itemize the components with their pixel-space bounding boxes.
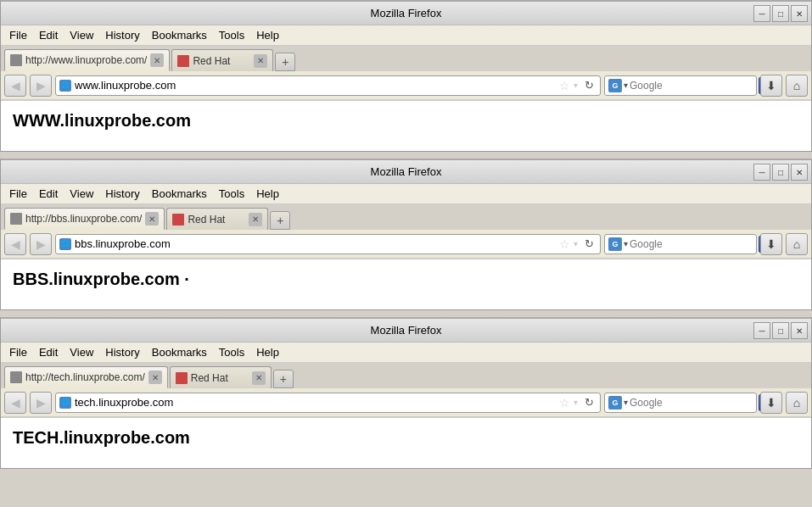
menu-view-1[interactable]: View <box>64 27 98 44</box>
menu-edit-3[interactable]: Edit <box>34 344 63 361</box>
menu-edit-2[interactable]: Edit <box>34 186 63 203</box>
forward-button-1[interactable]: ▶ <box>30 75 52 97</box>
tab-1-redhat[interactable]: Red Hat ✕ <box>171 49 273 71</box>
back-button-3[interactable]: ◀ <box>4 392 26 414</box>
search-engine-icon-2: G <box>608 237 622 251</box>
menu-help-2[interactable]: Help <box>251 186 284 203</box>
tab-2-redhat[interactable]: Red Hat ✕ <box>166 208 268 230</box>
window-controls-2: ─ □ ✕ <box>753 164 808 181</box>
menu-tools-2[interactable]: Tools <box>214 186 249 203</box>
maximize-button-1[interactable]: □ <box>772 5 789 22</box>
back-button-2[interactable]: ◀ <box>4 233 26 255</box>
new-tab-button-2[interactable]: + <box>270 211 290 230</box>
search-input-3[interactable] <box>630 397 757 409</box>
tab-3-redhat[interactable]: Red Hat ✕ <box>170 366 272 388</box>
url-input-3[interactable] <box>75 396 556 409</box>
title-bar-2: Mozilla Firefox ─ □ ✕ <box>1 160 811 184</box>
tab-label-1: http://www.linuxprobe.com/ <box>25 54 147 66</box>
forward-button-3[interactable]: ▶ <box>30 392 52 414</box>
close-button-1[interactable]: ✕ <box>791 5 808 22</box>
menu-bar-1: File Edit View History Bookmarks Tools H… <box>1 25 811 46</box>
new-tab-button-3[interactable]: + <box>273 370 294 388</box>
reload-button-3[interactable]: ↻ <box>581 395 596 410</box>
search-engine-icon-3: G <box>608 396 622 410</box>
nav-bar-2: ◀ ▶ 🌐 ☆ ▾ ↻ G ▾ 🔍 ⬇ ⌂ <box>1 230 811 259</box>
download-button-2[interactable]: ⬇ <box>760 233 782 255</box>
tab-label-2b: Red Hat <box>188 214 245 226</box>
tab-bar-3: http://tech.linuxprobe.com/ ✕ Red Hat ✕ … <box>1 363 811 388</box>
minimize-button-2[interactable]: ─ <box>753 164 770 181</box>
menu-view-3[interactable]: View <box>64 344 98 361</box>
menu-tools-1[interactable]: Tools <box>214 27 249 44</box>
nav-bar-1: ◀ ▶ 🌐 ☆ ▾ ↻ G ▾ 🔍 ⬇ ⌂ <box>1 71 811 100</box>
menu-history-1[interactable]: History <box>100 27 144 44</box>
search-input-1[interactable] <box>630 80 757 92</box>
home-button-1[interactable]: ⌂ <box>786 75 808 97</box>
home-button-3[interactable]: ⌂ <box>786 392 808 414</box>
page-heading-2: BBS.linuxprobe.com · <box>13 270 189 288</box>
home-button-2[interactable]: ⌂ <box>786 233 808 255</box>
tab-favicon-3b <box>176 372 188 384</box>
tab-close-2b[interactable]: ✕ <box>249 213 262 226</box>
minimize-button-1[interactable]: ─ <box>753 5 770 22</box>
maximize-button-2[interactable]: □ <box>772 164 789 181</box>
page-content-1: WWW.linuxprobe.com <box>1 100 811 151</box>
search-bar-3: G ▾ 🔍 <box>604 393 757 413</box>
menu-history-3[interactable]: History <box>100 344 144 361</box>
back-button-1[interactable]: ◀ <box>4 75 26 97</box>
tab-favicon-1 <box>10 54 22 66</box>
url-bar-3: 🌐 ☆ ▾ ↻ <box>55 393 601 413</box>
menu-help-1[interactable]: Help <box>251 27 284 44</box>
browser-window-1: Mozilla Firefox ─ □ ✕ File Edit View His… <box>0 0 812 152</box>
tab-1-active[interactable]: http://www.linuxprobe.com/ ✕ <box>4 49 170 71</box>
forward-button-2[interactable]: ▶ <box>30 233 52 255</box>
url-input-1[interactable] <box>75 79 556 92</box>
menu-file-2[interactable]: File <box>4 186 32 203</box>
download-button-1[interactable]: ⬇ <box>760 75 782 97</box>
search-engine-dropdown-3[interactable]: ▾ <box>624 398 628 407</box>
browser-window-2: Mozilla Firefox ─ □ ✕ File Edit View His… <box>0 159 812 310</box>
tab-2-active[interactable]: http://bbs.linuxprobe.com/ ✕ <box>4 208 165 230</box>
search-bar-1: G ▾ 🔍 <box>604 75 757 96</box>
maximize-button-3[interactable]: □ <box>772 322 789 339</box>
menu-view-2[interactable]: View <box>64 186 98 203</box>
dropdown-url-3[interactable]: ▾ <box>574 398 578 407</box>
tab-close-1b[interactable]: ✕ <box>254 54 267 68</box>
menu-file-1[interactable]: File <box>4 27 32 44</box>
search-engine-dropdown-2[interactable]: ▾ <box>624 239 628 248</box>
menu-tools-3[interactable]: Tools <box>214 344 249 361</box>
bookmark-star-1[interactable]: ☆ <box>559 79 570 92</box>
tab-close-3[interactable]: ✕ <box>148 370 162 384</box>
menu-bookmarks-2[interactable]: Bookmarks <box>147 186 212 203</box>
tab-close-1[interactable]: ✕ <box>150 53 164 67</box>
menu-help-3[interactable]: Help <box>251 344 284 361</box>
reload-button-2[interactable]: ↻ <box>581 237 596 252</box>
tab-close-3b[interactable]: ✕ <box>252 371 266 385</box>
bookmark-star-3[interactable]: ☆ <box>559 396 570 410</box>
minimize-button-3[interactable]: ─ <box>753 322 770 339</box>
bookmark-star-2[interactable]: ☆ <box>559 237 570 251</box>
tab-close-2[interactable]: ✕ <box>145 212 159 226</box>
dropdown-url-2[interactable]: ▾ <box>574 239 578 248</box>
window-controls-1: ─ □ ✕ <box>753 5 808 22</box>
search-engine-dropdown-1[interactable]: ▾ <box>624 81 628 90</box>
menu-bar-3: File Edit View History Bookmarks Tools H… <box>1 343 811 363</box>
tab-3-active[interactable]: http://tech.linuxprobe.com/ ✕ <box>4 366 168 388</box>
menu-edit-1[interactable]: Edit <box>34 27 63 44</box>
url-input-2[interactable] <box>75 237 556 250</box>
search-input-2[interactable] <box>630 238 757 250</box>
close-button-2[interactable]: ✕ <box>791 164 808 181</box>
menu-bookmarks-1[interactable]: Bookmarks <box>147 27 212 44</box>
nav-right-1: ⬇ ⌂ <box>760 75 808 97</box>
dropdown-url-1[interactable]: ▾ <box>574 81 578 90</box>
menu-history-2[interactable]: History <box>100 186 144 203</box>
menu-bookmarks-3[interactable]: Bookmarks <box>147 344 212 361</box>
new-tab-button-1[interactable]: + <box>275 53 295 71</box>
menu-file-3[interactable]: File <box>4 344 32 361</box>
close-button-3[interactable]: ✕ <box>791 322 808 339</box>
title-bar-3: Mozilla Firefox ─ □ ✕ <box>1 319 811 343</box>
page-heading-1: WWW.linuxprobe.com <box>13 111 191 130</box>
tab-label-3b: Red Hat <box>191 372 249 384</box>
download-button-3[interactable]: ⬇ <box>760 392 782 414</box>
reload-button-1[interactable]: ↻ <box>581 78 596 93</box>
